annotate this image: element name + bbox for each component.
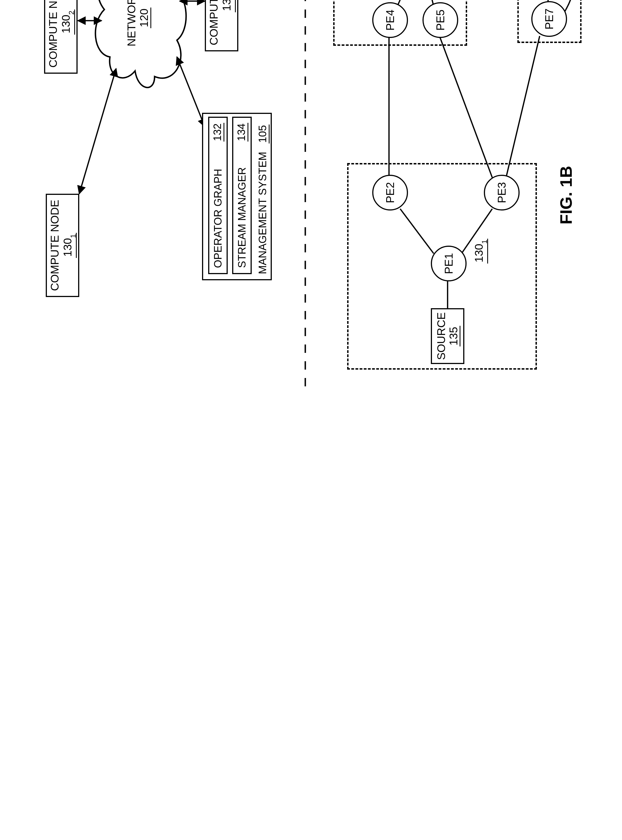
svg-line-14 [506,36,540,177]
management-system-box: OPERATOR GRAPH 132 STREAM MANAGER 134 MA… [202,113,272,280]
compute-node-2: COMPUTE NODE 1302 [44,0,78,74]
group-label-1: 1301 [473,239,488,264]
operator-graph-label: OPERATOR GRAPH [212,169,224,268]
management-system-num: 105 [257,125,270,143]
pe5-label: PE5 [434,9,447,31]
operator-graph-row: OPERATOR GRAPH 132 [208,117,228,274]
compute-node-2-num: 1302 [59,9,75,34]
management-system-label-text: MANAGEMENT SYSTEM [257,152,269,274]
network-label: NETWORK 120 [125,0,151,57]
compute-node-1-num: 1301 [61,233,77,258]
pe7-label: PE7 [543,8,556,30]
network-label-text: NETWORK [125,0,138,57]
compute-node-2-label: COMPUTE NODE [47,0,59,67]
pe5-node: PE5 [422,2,458,38]
network-num: 120 [138,8,151,29]
stream-manager-label: STREAM MANAGER [236,167,248,268]
pe2-node: PE2 [372,175,408,211]
pe4-label: PE4 [384,9,396,31]
svg-line-10 [440,37,492,177]
operator-graph-num: 132 [212,123,224,142]
svg-line-5 [177,57,205,127]
source-box: SOURCE 135 [431,308,464,364]
pe4-node: PE4 [372,2,408,38]
compute-node-3-label: COMPUTE NODE [207,0,220,45]
pe3-node: PE3 [484,175,520,211]
pe2-label: PE2 [384,182,396,203]
stream-manager-num: 134 [236,123,248,142]
pe1-node: PE1 [431,246,466,281]
compute-node-1-label: COMPUTE NODE [48,200,61,291]
source-label: SOURCE [435,312,447,360]
pe3-label: PE3 [495,182,508,203]
compute-node-1: COMPUTE NODE 1301 [46,194,79,297]
fig-1b-label: FIG. 1B [556,166,576,225]
compute-node-3: COMPUTE NODE 1303 [205,0,238,51]
pe1-label: PE1 [442,253,455,274]
compute-node-3-num: 1303 [220,0,236,12]
stream-manager-row: STREAM MANAGER 134 [232,117,252,274]
pe7-node: PE7 [531,1,567,37]
svg-line-1 [79,69,116,194]
management-system-label: MANAGEMENT SYSTEM 105 [257,125,270,274]
source-num: 135 [447,326,460,347]
